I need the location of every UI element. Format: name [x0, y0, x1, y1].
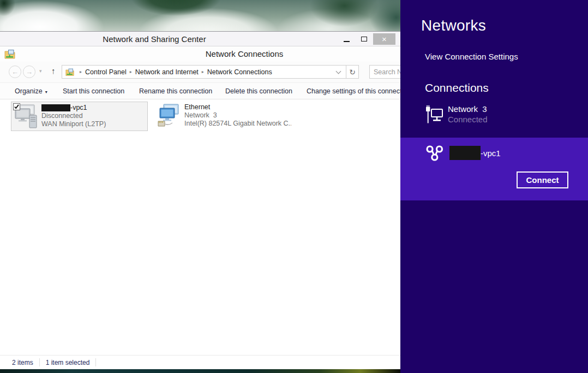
organize-button[interactable]: Organize▾	[15, 87, 47, 95]
vpn-tile-text: -vpc1 Disconnected WAN Miniport (L2TP)	[41, 102, 106, 131]
vpn-tile-icon-area	[11, 102, 41, 131]
checkbox-checked[interactable]	[13, 103, 20, 110]
back-icon: ←	[11, 68, 19, 76]
vpn-icon	[425, 144, 445, 162]
wired-network-item[interactable]: Network 3 Connected	[425, 104, 488, 129]
refresh-button[interactable]: ↻	[346, 65, 359, 79]
ethernet-tile-text: Ethernet Network 3 Intel(R) 82574L Gigab…	[184, 102, 291, 131]
breadcrumb-control-panel[interactable]: Control Panel	[85, 68, 127, 76]
ethernet-tile-device: Intel(R) 82574L Gigabit Network C...	[184, 120, 291, 128]
status-separator	[95, 358, 96, 366]
wired-network-text: Network 3 Connected	[448, 104, 488, 129]
command-toolbar: Organize▾ Start this connection Rename t…	[0, 82, 400, 99]
address-location-icon	[65, 68, 74, 76]
network-sharing-center-title: Network and Sharing Center	[0, 34, 309, 44]
address-bar-row: ← → ▾ ↑ ▸ Control Panel ▸ Network and In…	[0, 62, 400, 82]
recent-pages-button[interactable]: ▾	[39, 68, 42, 74]
search-box	[369, 65, 400, 79]
wired-network-name: Network 3	[448, 104, 488, 114]
organize-caret-icon: ▾	[45, 90, 47, 94]
redacted-text	[449, 146, 481, 160]
desktop-screen: Network and Sharing Center × Network Con…	[0, 0, 588, 373]
maximize-button[interactable]	[356, 33, 372, 45]
view-connection-settings-link[interactable]: View Connection Settings	[425, 52, 518, 61]
status-bar: 2 items 1 item selected	[0, 355, 400, 369]
breadcrumb-network-connections[interactable]: Network Connections	[207, 68, 272, 76]
connections-list: -vpc1 Disconnected WAN Miniport (L2TP)	[0, 99, 400, 355]
back-button[interactable]: ←	[9, 66, 21, 78]
vpn-tile-device: WAN Miniport (L2TP)	[41, 120, 106, 128]
minimize-icon	[344, 41, 350, 42]
wired-network-icon	[425, 104, 448, 129]
address-bar[interactable]: ▸ Control Panel ▸ Network and Internet ▸…	[62, 65, 346, 79]
network-connections-title: Network Connections	[0, 49, 400, 58]
refresh-icon: ↻	[349, 68, 356, 76]
status-separator	[39, 358, 40, 366]
close-button[interactable]: ×	[373, 33, 395, 45]
breadcrumb-chevron-icon: ▸	[199, 69, 207, 74]
vpn-connection-tile[interactable]: -vpc1 Disconnected WAN Miniport (L2TP)	[11, 102, 148, 131]
forward-icon: →	[26, 68, 33, 76]
ethernet-connection-tile[interactable]: Ethernet Network 3 Intel(R) 82574L Gigab…	[154, 102, 291, 131]
minimize-button[interactable]	[338, 33, 355, 45]
redacted-text	[41, 104, 70, 111]
networks-flyout: Networks View Connection Settings Connec…	[400, 0, 588, 373]
rename-connection-button[interactable]: Rename this connection	[139, 87, 212, 95]
change-settings-button[interactable]: Change settings of this connection	[307, 87, 400, 95]
maximize-icon	[361, 37, 367, 42]
vpn-tile-status: Disconnected	[41, 112, 106, 120]
wired-network-status: Connected	[448, 114, 488, 125]
ethernet-tile-icon-area	[154, 102, 184, 131]
start-connection-button[interactable]: Start this connection	[63, 87, 124, 95]
close-icon: ×	[382, 35, 387, 43]
connect-button[interactable]: Connect	[517, 171, 568, 188]
ethernet-tile-name: Ethernet	[184, 103, 291, 111]
address-dropdown-icon[interactable]	[336, 68, 341, 74]
up-button[interactable]: ↑	[51, 66, 56, 75]
network-connections-window: Network Connections ← → ▾ ↑ ▸ Control Pa…	[0, 46, 400, 369]
vpn-network-item-selected[interactable]: -vpc1 Connect	[400, 138, 588, 200]
breadcrumb-chevron-icon: ▸	[127, 69, 135, 74]
vpn-tile-name: -vpc1	[41, 104, 106, 112]
networks-heading: Networks	[421, 17, 486, 34]
connections-heading: Connections	[425, 81, 489, 94]
network-connections-titlebar[interactable]: Network Connections	[0, 46, 400, 62]
desktop-wallpaper-bottom	[0, 369, 400, 373]
delete-connection-button[interactable]: Delete this connection	[225, 87, 292, 95]
breadcrumb-network-and-internet[interactable]: Network and Internet	[135, 68, 199, 76]
vpn-network-name: -vpc1	[481, 149, 501, 158]
selection-count: 1 item selected	[46, 359, 90, 366]
forward-button[interactable]: →	[23, 66, 35, 78]
ethernet-tile-network: Network 3	[184, 111, 291, 120]
network-sharing-center-titlebar[interactable]: Network and Sharing Center ×	[0, 31, 400, 46]
vpn-item-row: -vpc1	[425, 144, 501, 162]
breadcrumb-chevron-icon: ▸	[76, 69, 85, 74]
search-input[interactable]	[370, 66, 400, 78]
ethernet-adapter-icon	[157, 103, 182, 131]
desktop-wallpaper	[0, 0, 400, 32]
items-count: 2 items	[12, 359, 33, 366]
